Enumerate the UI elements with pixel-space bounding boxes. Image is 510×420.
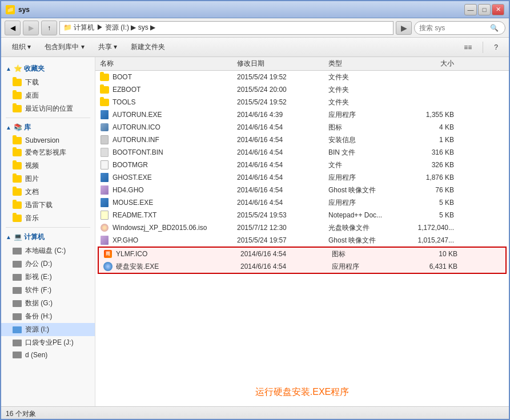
sidebar-item-d-drive[interactable]: 办公 (D:)	[1, 257, 95, 270]
address-path[interactable]: 📁 计算机 ▶ 资源 (I:) ▶ sys ▶	[59, 21, 393, 35]
e-drive-icon	[13, 274, 22, 281]
include-in-library-button[interactable]: 包含到库中 ▾	[38, 40, 90, 55]
col-header-date[interactable]: 修改日期	[237, 59, 328, 68]
file-icon	[100, 148, 109, 157]
file-row[interactable]: MOUSE.EXE 2014/6/16 4:54 应用程序 5 KB	[95, 196, 509, 209]
sidebar-item-music[interactable]: 音乐	[1, 212, 95, 225]
file-row[interactable]: EZBOOT 2015/5/24 20:00 文件夹	[95, 83, 509, 96]
maximize-button[interactable]: □	[478, 4, 491, 15]
highlighted-group: 雨 YLMF.ICO 2014/6/16 4:54 图标 10 KB 硬盘安装.…	[98, 247, 507, 274]
instruction-text: 运行硬盘安装.EXE程序	[95, 378, 509, 406]
minimize-button[interactable]: —	[464, 4, 477, 15]
file-date: 2015/5/24 19:53	[237, 211, 328, 219]
column-headers: 名称 修改日期 类型 大小	[95, 57, 509, 71]
file-icon	[100, 236, 109, 245]
share-button[interactable]: 共享 ▾	[92, 40, 123, 55]
file-size: 10 KB	[400, 250, 457, 258]
file-row[interactable]: AUTORUN.ICO 2014/6/16 4:54 图标 4 KB	[95, 121, 509, 134]
sidebar-item-c-drive[interactable]: 本地磁盘 (C:)	[1, 244, 95, 257]
sidebar-item-j-drive[interactable]: 口袋专业PE (J:)	[1, 336, 95, 349]
sidebar-item-h-drive[interactable]: 备份 (H:)	[1, 310, 95, 323]
sidebar-item-f-drive[interactable]: 软件 (F:)	[1, 284, 95, 297]
file-name: GHOST.EXE	[113, 173, 237, 181]
title-bar-buttons: — □ ✕	[464, 4, 504, 15]
file-row[interactable]: BOOTFONT.BIN 2014/6/16 4:54 BIN 文件 316 K…	[95, 146, 509, 159]
i-drive-label: 资源 (I:)	[25, 325, 49, 334]
file-row[interactable]: HD4.GHO 2014/6/16 4:54 Ghost 映像文件 76 KB	[95, 184, 509, 196]
file-date: 2015/5/24 19:57	[237, 236, 328, 244]
file-type: BIN 文件	[328, 148, 397, 158]
sidebar-item-desktop[interactable]: 桌面	[1, 89, 95, 102]
col-header-size[interactable]: 大小	[397, 59, 454, 68]
file-type: Notepad++ Doc...	[328, 211, 397, 219]
sidebar-item-iqiyi[interactable]: 爱奇艺影视库	[1, 146, 95, 159]
library-label: 📚 库	[14, 123, 31, 132]
sidebar-item-video[interactable]: 视频	[1, 159, 95, 172]
search-input[interactable]	[419, 24, 488, 32]
sidebar-item-recent[interactable]: 最近访问的位置	[1, 102, 95, 115]
file-row[interactable]: AUTORUN.INF 2014/6/16 4:54 安装信息 1 KB	[95, 134, 509, 146]
toolbar-right: ≡≡ ?	[457, 40, 504, 55]
file-size: 1 KB	[397, 136, 454, 144]
file-size: 1,015,247...	[397, 236, 454, 244]
downloads-label: 下载	[25, 78, 39, 87]
d-sen-icon	[13, 352, 22, 358]
col-header-type[interactable]: 类型	[328, 59, 397, 68]
sidebar-item-d-sen[interactable]: d (Sen)	[1, 349, 95, 361]
sidebar-item-pictures[interactable]: 图片	[1, 172, 95, 185]
file-name: AUTORUN.INF	[113, 136, 237, 144]
file-type: 文件夹	[328, 98, 397, 107]
help-button[interactable]: ?	[488, 40, 504, 55]
sidebar-item-subversion[interactable]: Subversion	[1, 135, 95, 146]
address-bar: ◀ ▶ ↑ 📁 计算机 ▶ 资源 (I:) ▶ sys ▶ ▶ 🔍	[1, 18, 509, 38]
sidebar-item-g-drive[interactable]: 数据 (G:)	[1, 297, 95, 310]
file-row[interactable]: GHOST.EXE 2014/6/16 4:54 应用程序 1,876 KB	[95, 171, 509, 184]
sidebar-item-downloads[interactable]: 下载	[1, 76, 95, 89]
file-row[interactable]: BOOTMGR 2014/6/16 4:54 文件 326 KB	[95, 159, 509, 171]
file-row[interactable]: BOOT 2015/5/24 19:52 文件夹	[95, 71, 509, 83]
organize-button[interactable]: 组织 ▾	[6, 40, 37, 55]
up-button[interactable]: ↑	[41, 21, 57, 35]
documents-icon	[13, 188, 22, 196]
file-row[interactable]: README.TXT 2015/5/24 19:53 Notepad++ Doc…	[95, 209, 509, 221]
back-button[interactable]: ◀	[5, 21, 21, 35]
sidebar-item-documents[interactable]: 文档	[1, 185, 95, 199]
j-drive-label: 口袋专业PE (J:)	[25, 338, 74, 348]
close-button[interactable]: ✕	[492, 4, 504, 15]
desktop-label: 桌面	[25, 91, 39, 100]
file-row[interactable]: XP.GHO 2015/5/24 19:57 Ghost 映像文件 1,015,…	[95, 234, 509, 247]
music-label: 音乐	[25, 213, 39, 223]
file-icon	[100, 185, 109, 195]
sidebar-item-e-drive[interactable]: 影视 (E:)	[1, 270, 95, 284]
file-row[interactable]: 硬盘安装.EXE 2014/6/16 4:54 应用程序 6,431 KB	[99, 260, 505, 273]
file-size: 76 KB	[397, 186, 454, 194]
sidebar-item-i-drive[interactable]: 资源 (I:)	[1, 323, 95, 336]
col-header-name[interactable]: 名称	[100, 59, 237, 68]
view-button[interactable]: ≡≡	[457, 40, 478, 55]
file-icon	[100, 110, 109, 119]
file-icon	[100, 85, 109, 94]
video-icon	[13, 162, 22, 169]
computer-section[interactable]: ▲ 💻 计算机	[1, 230, 95, 244]
address-go-button[interactable]: ▶	[396, 21, 412, 35]
file-row[interactable]: 雨 YLMF.ICO 2014/6/16 4:54 图标 10 KB	[99, 248, 505, 260]
recent-label: 最近访问的位置	[25, 104, 73, 114]
file-size: 6,431 KB	[400, 262, 457, 270]
favorites-section[interactable]: ▲ ⭐ 收藏夹	[1, 62, 95, 76]
file-size: 316 KB	[397, 148, 454, 156]
new-folder-button[interactable]: 新建文件夹	[125, 40, 171, 55]
sidebar-item-thunder[interactable]: 迅雷下载	[1, 199, 95, 212]
file-name: AUTORUN.EXE	[113, 111, 237, 119]
file-row[interactable]: TOOLS 2015/5/24 19:52 文件夹	[95, 96, 509, 108]
file-row[interactable]: AUTORUN.EXE 2014/6/16 4:39 应用程序 1,355 KB	[95, 108, 509, 121]
file-name: README.TXT	[113, 211, 237, 219]
forward-button[interactable]: ▶	[23, 21, 39, 35]
search-box[interactable]: 🔍	[414, 21, 505, 35]
file-row[interactable]: Windowszj_XP_BD2015.06.iso 2015/7/12 12:…	[95, 221, 509, 234]
file-type: Ghost 映像文件	[328, 236, 397, 245]
title-bar: 📁 sys — □ ✕	[1, 1, 509, 18]
library-section[interactable]: ▲ 📚 库	[1, 120, 95, 135]
subversion-label: Subversion	[25, 136, 59, 144]
file-size: 4 KB	[397, 123, 454, 131]
file-name: TOOLS	[113, 98, 237, 106]
